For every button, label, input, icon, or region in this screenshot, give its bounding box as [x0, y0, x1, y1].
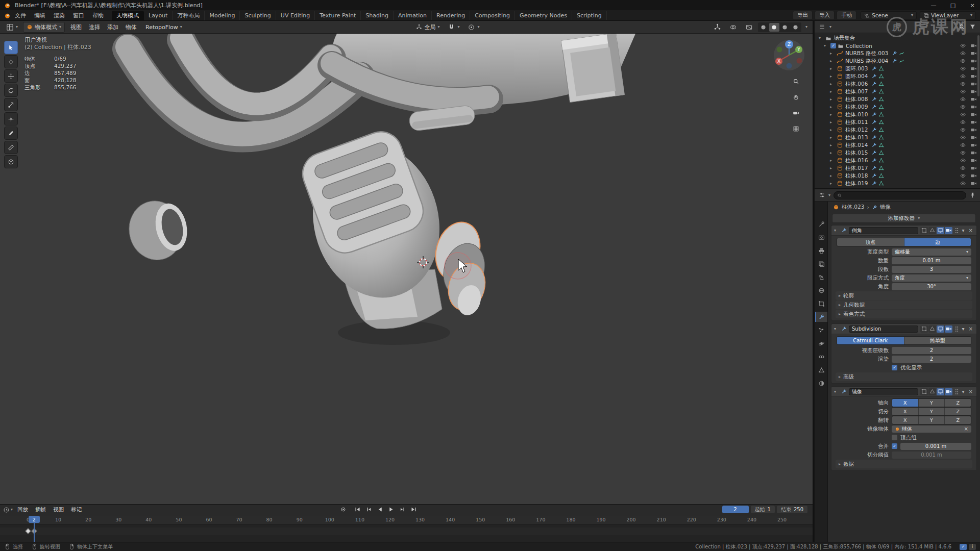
disable-render-icon[interactable]: [970, 127, 977, 133]
properties-tab[interactable]: [815, 285, 827, 295]
breadcrumb-object[interactable]: 柱体.023: [842, 204, 864, 211]
outliner-object-row[interactable]: ▸ 柱体.018: [815, 172, 980, 180]
tool-button[interactable]: [4, 141, 18, 154]
bisect-threshold-field[interactable]: 0.001 m: [892, 452, 971, 459]
drag-handle[interactable]: [955, 326, 959, 332]
bevel-mode-option[interactable]: 顶点: [837, 238, 904, 246]
disable-render-icon[interactable]: [970, 134, 977, 141]
outliner-object-row[interactable]: ▸ 柱体.016: [815, 157, 980, 164]
workspace-tab[interactable]: UV Editing: [276, 11, 315, 20]
property-value-field[interactable]: 角度: [892, 274, 971, 282]
hide-eye-icon[interactable]: [960, 50, 966, 57]
timeline-menu-item[interactable]: 标记: [67, 506, 85, 514]
subpanel-header[interactable]: ▸ 几何数据: [836, 300, 972, 309]
property-value-field[interactable]: 2: [892, 347, 971, 354]
outliner-object-row[interactable]: ▸ 圆环.004: [815, 72, 980, 80]
properties-tab[interactable]: [815, 325, 827, 335]
viewport-menu-item[interactable]: 选择: [85, 22, 104, 32]
workspace-tab[interactable]: Shading: [361, 11, 394, 20]
frame-start-field[interactable]: 起始 1: [751, 506, 775, 513]
timeline-menu-item[interactable]: 视图: [50, 506, 67, 514]
modifier-extras-button[interactable]: ▾: [961, 228, 966, 233]
workspace-tab[interactable]: Modeling: [205, 11, 240, 20]
disable-render-icon[interactable]: [970, 142, 977, 148]
auto-key-toggle[interactable]: [338, 505, 348, 514]
outliner-search-icon[interactable]: [959, 23, 965, 30]
bisect-toggle[interactable]: Z: [945, 408, 971, 415]
outliner-object-row[interactable]: ▸ 柱体.007: [815, 88, 980, 95]
drag-handle[interactable]: [955, 389, 959, 394]
modifier-name-field[interactable]: Subdivision: [849, 325, 918, 333]
current-frame-field[interactable]: 2: [722, 506, 749, 513]
modifier-close-button[interactable]: ×: [968, 228, 974, 233]
disable-render-icon[interactable]: [970, 42, 977, 49]
hide-eye-icon[interactable]: [960, 73, 966, 80]
properties-tab[interactable]: [815, 298, 827, 309]
properties-tab[interactable]: [815, 312, 827, 322]
navigation-gizmo[interactable]: Z X Y: [773, 39, 805, 71]
modifier-display-toggle[interactable]: [937, 325, 944, 333]
outliner-object-row[interactable]: ▸ 柱体.014: [815, 141, 980, 149]
bisect-toggle[interactable]: X: [892, 408, 919, 415]
properties-tab[interactable]: [815, 272, 827, 282]
hide-eye-icon[interactable]: [960, 180, 966, 187]
gizmo-y-label[interactable]: Y: [797, 47, 800, 52]
workspace-tab[interactable]: Rendering: [432, 11, 470, 20]
tool-button[interactable]: [4, 112, 18, 126]
quick-button[interactable]: 导入: [815, 11, 835, 20]
workspace-tab[interactable]: Texture Paint: [315, 11, 361, 20]
outliner-object-row[interactable]: ▸ 柱体.008: [815, 95, 980, 103]
add-modifier-button[interactable]: 添加修改器 ▾: [832, 214, 976, 223]
transport-button[interactable]: [386, 505, 396, 514]
disable-render-icon[interactable]: [970, 88, 977, 95]
hide-eye-icon[interactable]: [960, 149, 966, 156]
modifier-display-toggle[interactable]: [937, 227, 944, 234]
viewport-menu-item[interactable]: 物体: [122, 22, 140, 32]
shading-mode-option[interactable]: [769, 23, 779, 32]
scene-selector[interactable]: Scene ▾: [861, 11, 917, 19]
menubar-item[interactable]: 渲染: [50, 11, 69, 20]
ortho-grid-button[interactable]: [790, 123, 801, 134]
outliner-collection-row[interactable]: ▾ ✓ Collection: [815, 42, 980, 49]
workspace-tab[interactable]: Geometry Nodes: [515, 11, 572, 20]
blender-menu-icon[interactable]: [4, 12, 11, 19]
subpanel-header[interactable]: ▸ 高级: [836, 372, 972, 381]
modifier-display-toggle[interactable]: [920, 227, 928, 234]
close-button[interactable]: ×: [965, 0, 980, 10]
workspace-tab[interactable]: 万种布局: [173, 11, 205, 20]
retopoflow-menu[interactable]: RetopoFlow ▾: [142, 23, 185, 32]
clear-object-button[interactable]: ×: [964, 426, 968, 432]
modifier-close-button[interactable]: ×: [968, 326, 974, 332]
property-value-field[interactable]: 3: [892, 266, 971, 273]
disable-render-icon[interactable]: [970, 165, 977, 171]
camera-view-button[interactable]: [790, 107, 801, 118]
workspace-tab[interactable]: Scripting: [572, 11, 607, 20]
workspace-tab[interactable]: Layout: [144, 11, 173, 20]
tool-button[interactable]: [4, 84, 18, 97]
modifier-name-field[interactable]: 镜像: [849, 388, 918, 395]
overlays-toggle[interactable]: [726, 22, 740, 32]
flip-toggle[interactable]: Z: [945, 416, 971, 424]
properties-tab[interactable]: [815, 378, 827, 388]
hide-eye-icon[interactable]: [960, 134, 966, 141]
modifier-display-toggle[interactable]: [937, 388, 944, 395]
disable-render-icon[interactable]: [970, 73, 977, 80]
frame-end-field[interactable]: 结束 250: [777, 506, 807, 513]
viewport-3d[interactable]: 用户透视 (2) Collection | 柱体.023 物体 0/69 顶点 …: [0, 34, 813, 504]
disable-render-icon[interactable]: [970, 149, 977, 156]
workspace-tab[interactable]: Compositing: [470, 11, 515, 20]
hide-eye-icon[interactable]: [960, 96, 966, 103]
transport-button[interactable]: [352, 505, 362, 514]
hide-eye-icon[interactable]: [960, 165, 966, 171]
disable-render-icon[interactable]: [970, 180, 977, 187]
hide-eye-icon[interactable]: [960, 172, 966, 179]
quick-button[interactable]: 手动: [837, 11, 856, 20]
tool-button[interactable]: [4, 155, 18, 168]
transport-button[interactable]: [363, 505, 374, 514]
vertex-group-checkbox[interactable]: ✓: [892, 435, 897, 440]
disable-render-icon[interactable]: [970, 111, 977, 118]
hide-eye-icon[interactable]: [960, 65, 966, 72]
axis-toggle[interactable]: Z: [945, 399, 971, 407]
workspace-tab[interactable]: Animation: [394, 11, 432, 20]
outliner-object-row[interactable]: ▸ 柱体.011: [815, 118, 980, 126]
